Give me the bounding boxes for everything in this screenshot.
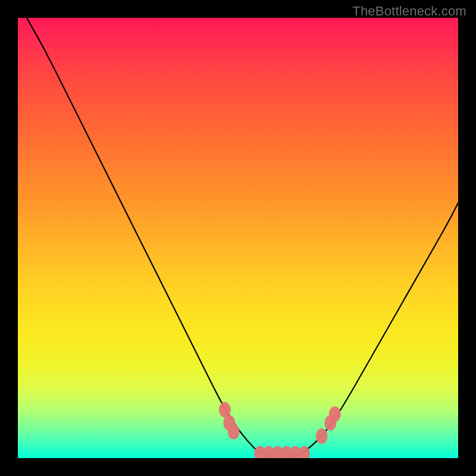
curve-marker [329, 406, 341, 422]
curve-marker [219, 402, 231, 418]
attribution-label: TheBottleneck.com [352, 4, 466, 19]
bottleneck-curve [27, 18, 458, 458]
curve-layer [18, 18, 458, 458]
curve-marker [228, 424, 240, 440]
curve-marker [316, 428, 328, 444]
chart-frame: TheBottleneck.com [0, 0, 476, 476]
plot-area [18, 18, 458, 458]
